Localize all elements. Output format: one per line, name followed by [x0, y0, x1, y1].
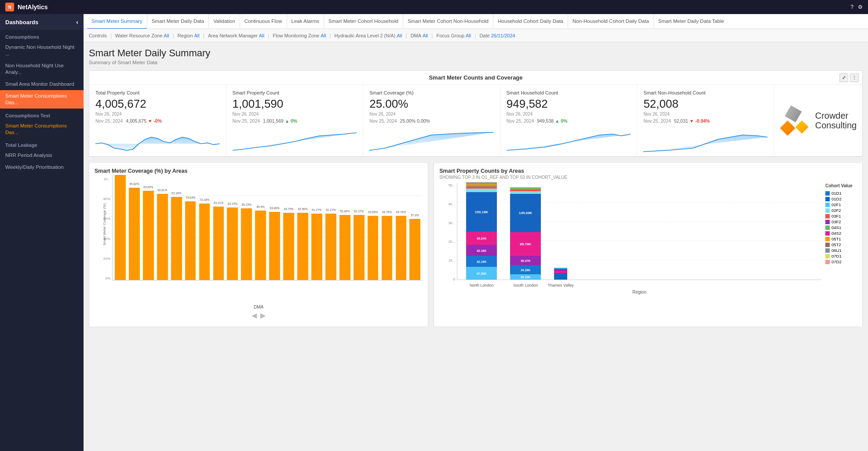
brand-icon: N: [5, 3, 14, 11]
kpi-chart-total: [95, 126, 220, 153]
filter-region[interactable]: Region All: [178, 33, 200, 38]
sidebar-item-smartmeter[interactable]: Smart Meter Consumptions Das...: [0, 90, 84, 109]
kpi-panel: Smart Meter Counts and Coverage ⤢ ⋮ Tota…: [89, 70, 863, 157]
tab-validation[interactable]: Validation: [208, 14, 240, 29]
legend-05t1: 05T1: [825, 236, 853, 241]
sidebar-item-dynamic[interactable]: Dynamic Non Household Night ...: [0, 41, 84, 60]
coverage-bar-ZWRUST05: 61.27%ZWRUST05: [310, 175, 324, 280]
kpi-chart-nhh: [643, 126, 768, 153]
coverage-bar-ZCHDW35: 83.61%ZCHDW35: [156, 175, 169, 280]
coverage-bar-ZANSTW09: 65.76%ZANSTW09: [394, 175, 408, 280]
coverage-bar-ZCSTWR01: 62.27%ZCSTWR01: [352, 175, 366, 280]
coverage-bar-ZCSTWS18: 63.56%ZCSTWS18: [296, 175, 310, 280]
kpi-smart-hh: Smart Household Count 949,582 Nov 26, 20…: [500, 85, 638, 156]
dashboard: Smart Meter Daily Summary Summary of Sma…: [84, 42, 868, 451]
kpi-chart-smart: [233, 126, 357, 153]
bar-south-london: 20.15K 34.28K 35.47K 89.79: [510, 187, 541, 280]
legend-01d2: 01D2: [825, 196, 853, 201]
kpi-smart-nhh: Smart Non-Household Count 52,008 Nov 26,…: [637, 85, 774, 156]
sidebar-header[interactable]: Dashboards ‹: [0, 14, 84, 30]
coverage-chart-title: Smart Meter Coverage (%) by Areas: [95, 168, 423, 174]
logo-card: Crowder Consulting: [774, 85, 862, 156]
brand: N NetAlytics: [5, 3, 47, 11]
coverage-bar-ZELITH05: 61.27%ZELITH05: [324, 175, 338, 280]
kpi-panel-header: Smart Meter Counts and Coverage ⤢ ⋮: [89, 71, 862, 85]
sidebar-item-nonhousehold[interactable]: Non Household Night Use Analy...: [0, 60, 84, 78]
coverage-bar-ZSCHILL29: 65.82%ZSCHILL29: [128, 175, 141, 280]
tab-hh-daily[interactable]: Household Cohort Daily Data: [493, 14, 568, 29]
filter-anm[interactable]: Area Network Manager All: [208, 33, 264, 38]
legend-05t2: 05T2: [825, 242, 853, 247]
legend-07d2: 07D2: [825, 259, 853, 264]
tab-data-table[interactable]: Smart Meter Daily Data Table: [653, 14, 729, 29]
filter-controls[interactable]: Controls: [89, 33, 107, 38]
bar-north-london: 47.58K 42.19K 42.18K 49.24: [466, 182, 497, 280]
property-chart-subtitle: SHOWING TOP 3 IN O1_REF AND TOP 50 IN CO…: [439, 175, 857, 180]
section-consumptions-test: Consumptions Test: [0, 109, 84, 120]
page-subtitle: Summary of Smart Meter Data: [89, 60, 863, 65]
kpi-row: Total Property Count 4,005,672 Nov 26, 2…: [89, 85, 862, 156]
filter-focus[interactable]: Focus Group All: [436, 33, 471, 38]
sidebar: Dashboards ‹ Consumptions Dynamic Non Ho…: [0, 14, 84, 451]
tab-leak[interactable]: Leak Alarms: [287, 14, 324, 29]
section-consumptions: Consumptions: [0, 30, 84, 41]
property-legend: Cohort Value 01D1 01D2 02F1 02F2 03F1 03…: [822, 183, 857, 295]
filter-date[interactable]: Date 26/11/2024: [479, 33, 515, 38]
coverage-bar-ZELITH04: 69.15%ZELITH04: [240, 175, 253, 280]
filter-dma[interactable]: DMA All: [411, 33, 428, 38]
kpi-chart-hh: [507, 126, 631, 153]
coverage-bar-ZSNRW04: 63.99%ZSNRW04: [366, 175, 380, 280]
tab-daily[interactable]: Smart Meter Daily Data: [147, 14, 209, 29]
tab-continuous[interactable]: Continuous Flow: [240, 14, 287, 29]
menu-btn[interactable]: ⋮: [850, 73, 859, 82]
coverage-bar-ZCHDW5A: 79.84%ZCHDW5A: [184, 175, 197, 280]
coverage-xaxis-label: DMA: [95, 305, 423, 309]
legend-04s2: 04S2: [825, 231, 853, 236]
property-chart-wrapper: 0 10... 20... 30... 40... 50...: [439, 183, 857, 295]
kpi-coverage: Smart Coverage (%) 25.00% Nov 26, 2024 N…: [363, 85, 500, 156]
sidebar-item-smartmeter-test[interactable]: Smart Meter Consumptions Das...: [0, 120, 84, 138]
tab-cohort-hh[interactable]: Smart Meter Cohort Household: [324, 14, 403, 29]
tab-nhh-daily[interactable]: Non-Household Cohort Daily Data: [568, 14, 653, 29]
charts-row: Smart Meter Coverage (%) by Areas Smart …: [89, 162, 863, 327]
filter-controls-label: Controls: [89, 33, 107, 38]
property-yaxis: 0 10... 20... 30... 40... 50...: [439, 183, 456, 281]
bar-thames-valley: Thames Valley: [554, 268, 567, 280]
tabbar: Smart Meter Summary Smart Meter Daily Da…: [84, 14, 868, 29]
kpi-smart-property: Smart Property Count 1,001,590 Nov 26, 2…: [226, 85, 364, 156]
dashboards-label: Dashboards: [5, 19, 38, 25]
topbar-icons: ? ⚙: [850, 4, 863, 10]
tab-summary[interactable]: Smart Meter Summary: [87, 14, 147, 29]
legend-03f2: 03F2: [825, 219, 853, 224]
coverage-bar-ZCRCHN10: 73.18%ZCRCHN10: [198, 175, 212, 280]
property-chart-area: 47.58K 42.19K 42.18K 49.24: [457, 183, 822, 280]
legend-02f2: 02F2: [825, 208, 853, 213]
legend-04s1: 04S1: [825, 225, 853, 230]
expand-btn[interactable]: ⤢: [839, 73, 848, 82]
legend-title: Cohort Value: [825, 183, 853, 188]
coverage-bar-ZMLVLB1: 59.46%ZMLVLB1: [338, 175, 352, 280]
page-title: Smart Meter Daily Summary: [89, 47, 863, 59]
legend-06u1: 06U1: [825, 248, 853, 253]
app-name: NetAlytics: [18, 4, 47, 11]
property-chart-title: Smart Property Counts by Areas: [439, 168, 857, 174]
settings-icon[interactable]: ⚙: [858, 4, 863, 10]
sidebar-item-weekly[interactable]: Weekly/Daily Prioritisation: [0, 161, 84, 173]
filter-fmz[interactable]: Flow Monitoring Zone All: [273, 33, 326, 38]
filter-wrz[interactable]: Water Resource Zone All: [115, 33, 169, 38]
legend-07d1: 07D1: [825, 254, 853, 258]
legend-03f1: 03F1: [825, 214, 853, 218]
coverage-bar-ZBLACK04: 63.21%ZBLACK04: [212, 175, 225, 280]
filter-hal[interactable]: Hydraulic Area Level 2 (N/A) All: [334, 33, 402, 38]
tab-cohort-nhh[interactable]: Smart Meter Cohort Non-Household: [403, 14, 493, 29]
coverage-yaxis-label: Smart Meter Coverage (%): [102, 210, 106, 245]
coverage-bar-ZFARH2Z: 63.76%ZFARH2Z: [380, 175, 394, 280]
panel-actions: ⤢ ⋮: [839, 73, 859, 82]
coverage-bar-ZDAMWRD06: 62.15%ZDAMWRD06: [226, 175, 239, 280]
property-xaxis-label: Region: [457, 290, 822, 295]
collapse-icon[interactable]: ‹: [76, 18, 78, 25]
sidebar-item-smallarea[interactable]: Small Area Monitor Dashboard: [0, 78, 84, 90]
scroll-indicator[interactable]: ◀▶: [95, 309, 423, 321]
sidebar-item-nrr[interactable]: NRR Period Analysis: [0, 149, 84, 161]
help-icon[interactable]: ?: [850, 4, 853, 10]
